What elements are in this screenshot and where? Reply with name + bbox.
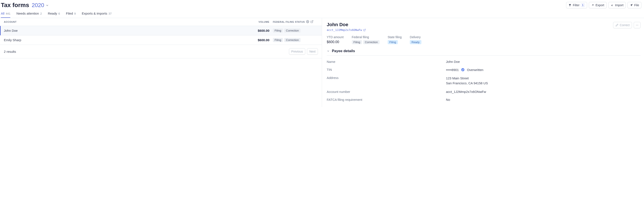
detail-account-id: acct_1J2Mmp2x7x6ONwFw	[327, 28, 362, 31]
pager: Previous Next	[289, 48, 318, 55]
tab-count: 9	[74, 12, 76, 15]
col-status-header: Federal filing status	[273, 20, 305, 23]
row-status: Filing Correction	[273, 28, 318, 33]
row-account-name: Emily Sharp	[4, 38, 249, 42]
chevron-down-icon	[327, 49, 330, 52]
settings-icon[interactable]	[306, 20, 309, 23]
filter-icon	[568, 4, 572, 7]
file-label: File	[634, 3, 639, 7]
svg-line-1	[592, 4, 593, 6]
svg-line-6	[364, 29, 366, 30]
results-count: 2 results	[4, 50, 16, 53]
tin-value: •••••8901	[446, 68, 459, 72]
col-account-header: Account	[4, 20, 249, 23]
import-button[interactable]: Import	[608, 2, 626, 8]
correct-button[interactable]: Correct	[613, 22, 632, 28]
tab-count: 6	[58, 12, 60, 15]
kv-key: TIN	[327, 68, 446, 72]
arrow-up-right-icon	[591, 4, 594, 7]
filter-button[interactable]: Filter 1	[566, 2, 587, 8]
status-badge: Correction	[363, 40, 380, 44]
row-volume: $600.00	[249, 38, 273, 42]
header-actions: Filter 1 Export Import File	[566, 2, 642, 8]
tab-label: Exports & imports	[82, 11, 107, 15]
kv-value: No	[446, 98, 640, 101]
tab-count: 37	[108, 12, 112, 15]
tabs: All 441 Needs attention 2 Ready 6 Filed …	[0, 8, 644, 18]
tab-label: Filed	[66, 11, 73, 15]
export-button[interactable]: Export	[589, 2, 606, 8]
status-badge: Correction	[284, 38, 300, 42]
payee-account-number-row: Account number acct_1J2Mmp2x7x6ONwFw	[327, 88, 640, 96]
status-badge: Filing	[388, 40, 398, 44]
table-header: Account Volume Federal filing status	[0, 18, 322, 26]
stat-state-filing: State filing Filing	[388, 35, 402, 44]
row-status: Filing Correction	[273, 38, 318, 42]
payee-fatca-row: FATCA filing requirement No	[327, 96, 640, 104]
tab-filed[interactable]: Filed 9	[66, 11, 76, 18]
svg-line-2	[612, 4, 613, 6]
tab-label: All	[1, 11, 4, 15]
svg-point-9	[638, 25, 638, 25]
detail-title: John Doe	[327, 22, 366, 27]
stat-label: State filing	[388, 35, 402, 39]
tab-needs-attention[interactable]: Needs attention 2	[16, 11, 42, 18]
tab-label: Ready	[48, 11, 57, 15]
detail-account-id-link[interactable]: acct_1J2Mmp2x7x6ONwFw	[327, 28, 366, 31]
svg-line-5	[312, 20, 313, 22]
forms-table: Account Volume Federal filing status Joh…	[0, 18, 322, 107]
payee-details-header[interactable]: Payee details	[327, 49, 640, 55]
filter-count: 1	[581, 3, 585, 7]
kv-key: Account number	[327, 90, 446, 94]
svg-point-8	[637, 25, 637, 25]
address-line2: San Francisco, CA 94158 US	[446, 81, 640, 86]
svg-marker-0	[569, 4, 571, 6]
external-link-icon[interactable]	[310, 20, 314, 23]
section-title: Payee details	[332, 49, 355, 53]
payee-tin-row: TIN •••••8901 Overwritten	[327, 66, 640, 74]
kv-key: Address	[327, 76, 446, 86]
stat-delivery: Delivery Ready	[410, 35, 422, 44]
status-badge: Filing	[352, 40, 362, 44]
row-volume: $600.00	[249, 29, 273, 32]
external-link-icon	[363, 29, 366, 31]
filter-label: Filter	[573, 3, 580, 7]
kv-key: FATCA filing requirement	[327, 98, 446, 101]
stat-ytd: YTD amount $600.00	[327, 35, 344, 44]
next-button[interactable]: Next	[307, 48, 318, 55]
status-badge: Filing	[273, 38, 283, 42]
status-badge: Filing	[273, 28, 283, 33]
correct-label: Correct	[620, 23, 630, 27]
table-row[interactable]: Emily Sharp $600.00 Filing Correction	[0, 35, 322, 45]
stat-label: Federal filing	[352, 35, 380, 39]
col-volume-header: Volume	[249, 20, 273, 23]
tab-count: 2	[40, 12, 42, 15]
tab-all[interactable]: All 441	[1, 11, 10, 18]
address-line1: 123 Main Street	[446, 76, 640, 81]
kv-value: John Doe	[446, 60, 640, 63]
file-button[interactable]: File	[628, 2, 642, 8]
payee-address-row: Address 123 Main Street San Francisco, C…	[327, 74, 640, 88]
kv-value: acct_1J2Mmp2x7x6ONwFw	[446, 90, 640, 94]
tab-count: 441	[6, 12, 10, 15]
previous-button[interactable]: Previous	[289, 48, 305, 55]
import-label: Import	[615, 3, 624, 7]
arrow-down-left-icon	[611, 4, 614, 7]
tab-ready[interactable]: Ready 6	[48, 11, 60, 18]
stat-value: $600.00	[327, 40, 344, 44]
svg-marker-3	[630, 4, 632, 6]
more-button[interactable]	[634, 22, 640, 28]
tab-label: Needs attention	[16, 11, 39, 15]
svg-point-4	[307, 21, 308, 22]
year-value: 2020	[32, 2, 44, 8]
send-icon	[630, 4, 633, 7]
kv-value: 123 Main Street San Francisco, CA 94158 …	[446, 76, 640, 86]
detail-pane: John Doe acct_1J2Mmp2x7x6ONwFw Correct	[322, 18, 644, 107]
kv-key: Name	[327, 60, 446, 63]
payee-name-row: Name John Doe	[327, 58, 640, 66]
year-selector[interactable]: 2020	[32, 2, 49, 8]
tin-status: Overwritten	[467, 68, 484, 72]
table-row[interactable]: John Doe $600.00 Filing Correction	[0, 26, 322, 35]
page-title: Tax forms	[1, 2, 29, 8]
tab-exports-imports[interactable]: Exports & imports 37	[82, 11, 112, 18]
